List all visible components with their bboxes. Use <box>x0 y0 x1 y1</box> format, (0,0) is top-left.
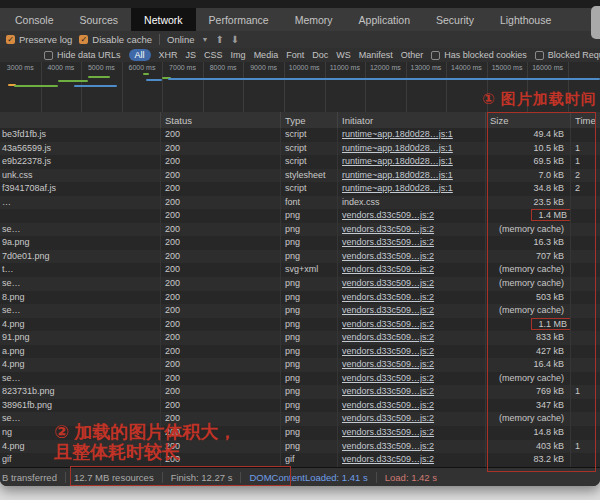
table-row[interactable]: …200fontindex.css23.5 kB <box>0 196 600 210</box>
initiator-link[interactable]: vendors.d33c509…js:2 <box>342 386 434 396</box>
column-header-initiator[interactable]: Initiator <box>337 112 485 128</box>
annotation-image-load-time: ① 图片加载时间 <box>482 90 597 109</box>
column-header-time[interactable]: Time <box>570 112 600 128</box>
filter-type-xhr[interactable]: XHR <box>159 50 178 60</box>
initiator-link[interactable]: vendors.d33c509…js:2 <box>342 278 434 288</box>
initiator-link[interactable]: runtime~app.18d0d28…js:1 <box>342 129 453 139</box>
request-type: svg+xml <box>280 263 337 277</box>
table-row[interactable]: 823731b.png200pngvendors.d33c509…js:2769… <box>0 385 600 399</box>
initiator-link[interactable]: vendors.d33c509…js:2 <box>342 237 434 247</box>
column-header-type[interactable]: Type <box>280 112 337 128</box>
checkbox-unchecked-icon[interactable] <box>431 51 440 60</box>
table-row[interactable]: se…200pngvendors.d33c509…js:2(memory cac… <box>0 304 600 318</box>
initiator-link[interactable]: vendors.d33c509…js:2 <box>342 210 434 220</box>
initiator-link[interactable]: vendors.d33c509…js:2 <box>342 413 434 423</box>
column-header-name[interactable] <box>0 112 160 128</box>
initiator-link[interactable]: vendors.d33c509…js:2 <box>342 441 434 451</box>
column-header-size[interactable]: Size <box>485 112 570 128</box>
table-row[interactable]: unk.css200stylesheetruntime~app.18d0d28…… <box>0 169 600 183</box>
initiator-link[interactable]: runtime~app.18d0d28…js:1 <box>342 170 453 180</box>
filter-type-manifest[interactable]: Manifest <box>359 50 393 60</box>
request-time: 2 <box>570 182 600 196</box>
table-row[interactable]: se…200pngvendors.d33c509…js:2(memory cac… <box>0 277 600 291</box>
initiator-link[interactable]: runtime~app.18d0d28…js:1 <box>342 156 453 166</box>
initiator-link[interactable]: vendors.d33c509…js:2 <box>342 400 434 410</box>
table-row[interactable]: 8.png200pngvendors.d33c509…js:2503 kB <box>0 291 600 305</box>
table-row[interactable]: 38961fb.png200pngvendors.d33c509…js:2347… <box>0 399 600 413</box>
initiator-link[interactable]: vendors.d33c509…js:2 <box>342 264 434 274</box>
tab-security[interactable]: Security <box>423 8 487 31</box>
tab-lighthouse[interactable]: Lighthouse <box>487 8 564 31</box>
checkbox-checked-icon[interactable]: ✓ <box>79 35 88 44</box>
has-blocked-cookies-checkbox[interactable]: Has blocked cookies <box>431 50 527 60</box>
checkbox-checked-icon[interactable]: ✓ <box>6 35 15 44</box>
request-name: 4.png <box>0 358 160 372</box>
blocked-requests-checkbox[interactable]: Blocked Requests <box>535 50 600 60</box>
table-row[interactable]: 91.png200pngvendors.d33c509…js:2833 kB <box>0 331 600 345</box>
table-row[interactable]: f3941708af.js200scriptruntime~app.18d0d2… <box>0 182 600 196</box>
filter-type-img[interactable]: Img <box>231 50 246 60</box>
request-initiator: vendors.d33c509…js:2 <box>337 345 485 359</box>
table-row[interactable]: se…200pngvendors.d33c509…js:2(memory cac… <box>0 372 600 386</box>
initiator-link[interactable]: runtime~app.18d0d28…js:1 <box>342 143 453 153</box>
initiator-link[interactable]: vendors.d33c509…js:2 <box>342 319 434 329</box>
tab-network[interactable]: Network <box>131 8 196 31</box>
tab-console[interactable]: Console <box>2 8 67 31</box>
initiator-link[interactable]: index.css <box>342 197 380 207</box>
request-time: 1 <box>570 155 600 169</box>
initiator-link[interactable]: vendors.d33c509…js:2 <box>342 346 434 356</box>
filter-type-js[interactable]: JS <box>186 50 197 60</box>
filter-type-media[interactable]: Media <box>254 50 279 60</box>
table-row[interactable]: be3fd1fb.js200scriptruntime~app.18d0d28…… <box>0 128 600 142</box>
filter-type-all[interactable]: All <box>129 49 151 61</box>
scrollbar-thumb[interactable] <box>591 6 600 39</box>
size-value: 23.5 kB <box>533 197 564 207</box>
tab-sources[interactable]: Sources <box>67 8 132 31</box>
table-row[interactable]: 9a.png200pngvendors.d33c509…js:216.3 kB <box>0 236 600 250</box>
table-row[interactable]: e9b22378.js200scriptruntime~app.18d0d28…… <box>0 155 600 169</box>
size-value: 833 kB <box>536 332 564 342</box>
column-header-status[interactable]: Status <box>160 112 280 128</box>
table-row[interactable]: 4.png200pngvendors.d33c509…js:216.4 kB <box>0 358 600 372</box>
initiator-link[interactable]: vendors.d33c509…js:2 <box>342 332 434 342</box>
initiator-link[interactable]: vendors.d33c509…js:2 <box>342 454 434 464</box>
initiator-link[interactable]: vendors.d33c509…js:2 <box>342 305 434 315</box>
table-row[interactable]: 4.png200pngvendors.d33c509…js:21.1 MB <box>0 318 600 332</box>
table-row[interactable]: 43a56599.js200scriptruntime~app.18d0d28…… <box>0 142 600 156</box>
tab-memory[interactable]: Memory <box>282 8 346 31</box>
checkbox-unchecked-icon[interactable] <box>535 51 544 60</box>
table-row[interactable]: 200pngvendors.d33c509…js:21.4 MB <box>0 209 600 223</box>
filter-type-ws[interactable]: WS <box>336 50 351 60</box>
filter-type-css[interactable]: CSS <box>204 50 223 60</box>
request-size: 34.8 kB <box>485 182 570 196</box>
initiator-link[interactable]: vendors.d33c509…js:2 <box>342 427 434 437</box>
import-har-icon[interactable]: ⬆ <box>215 34 223 45</box>
filter-type-other[interactable]: Other <box>401 50 424 60</box>
filter-type-doc[interactable]: Doc <box>312 50 328 60</box>
table-row[interactable]: t…200svg+xmlvendors.d33c509…js:2(memory … <box>0 263 600 277</box>
disable-cache-checkbox[interactable]: ✓ Disable cache <box>79 34 152 45</box>
checkbox-unchecked-icon[interactable] <box>44 51 53 60</box>
throttling-dropdown[interactable]: Online ▼ <box>167 34 208 45</box>
initiator-link[interactable]: vendors.d33c509…js:2 <box>342 224 434 234</box>
preserve-log-checkbox[interactable]: ✓ Preserve log <box>6 34 72 45</box>
initiator-link[interactable]: runtime~app.18d0d28…js:1 <box>342 183 453 193</box>
request-time: 1 <box>570 142 600 156</box>
hide-data-urls-checkbox[interactable]: Hide data URLs <box>44 50 121 60</box>
table-row[interactable]: 7d0e01.png200pngvendors.d33c509…js:2707 … <box>0 250 600 264</box>
table-row[interactable]: a.png200pngvendors.d33c509…js:2427 kB <box>0 345 600 359</box>
request-type: png <box>280 291 337 305</box>
initiator-link[interactable]: vendors.d33c509…js:2 <box>342 359 434 369</box>
initiator-link[interactable]: vendors.d33c509…js:2 <box>342 251 434 261</box>
filter-type-font[interactable]: Font <box>286 50 304 60</box>
tab-performance[interactable]: Performance <box>196 8 282 31</box>
export-har-icon[interactable]: ⬇ <box>231 34 239 45</box>
table-row[interactable]: se…200pngvendors.d33c509…js:2(memory cac… <box>0 223 600 237</box>
initiator-link[interactable]: vendors.d33c509…js:2 <box>342 292 434 302</box>
request-status: 200 <box>160 223 280 237</box>
overview-tick-label: 5000 ms <box>81 64 122 74</box>
request-size: 1.1 MB <box>485 318 570 332</box>
tab-application[interactable]: Application <box>346 8 423 31</box>
initiator-link[interactable]: vendors.d33c509…js:2 <box>342 373 434 383</box>
request-size: (memory cache) <box>485 223 570 237</box>
